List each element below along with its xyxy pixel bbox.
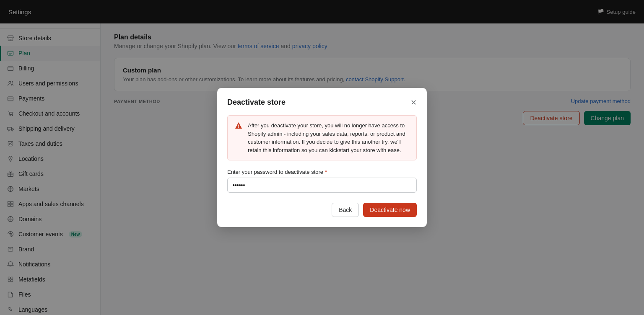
warning-box: After you deactivate your store, you wil… bbox=[227, 115, 417, 160]
password-label: Enter your password to deactivate store … bbox=[227, 169, 417, 175]
modal-overlay[interactable]: Deactivate store ✕ After you deactivate … bbox=[0, 0, 644, 315]
modal-header: Deactivate store ✕ bbox=[227, 98, 417, 107]
modal-actions: Back Deactivate now bbox=[227, 203, 417, 217]
warning-text: After you deactivate your store, you wil… bbox=[248, 121, 410, 154]
back-button[interactable]: Back bbox=[332, 203, 359, 217]
password-input[interactable] bbox=[227, 178, 417, 193]
deactivate-now-button[interactable]: Deactivate now bbox=[363, 203, 417, 217]
modal-title: Deactivate store bbox=[227, 98, 286, 107]
required-indicator: * bbox=[325, 169, 327, 175]
svg-point-26 bbox=[238, 127, 239, 128]
modal-close-button[interactable]: ✕ bbox=[410, 99, 417, 106]
warning-icon bbox=[234, 121, 243, 130]
deactivate-store-modal: Deactivate store ✕ After you deactivate … bbox=[217, 88, 427, 227]
